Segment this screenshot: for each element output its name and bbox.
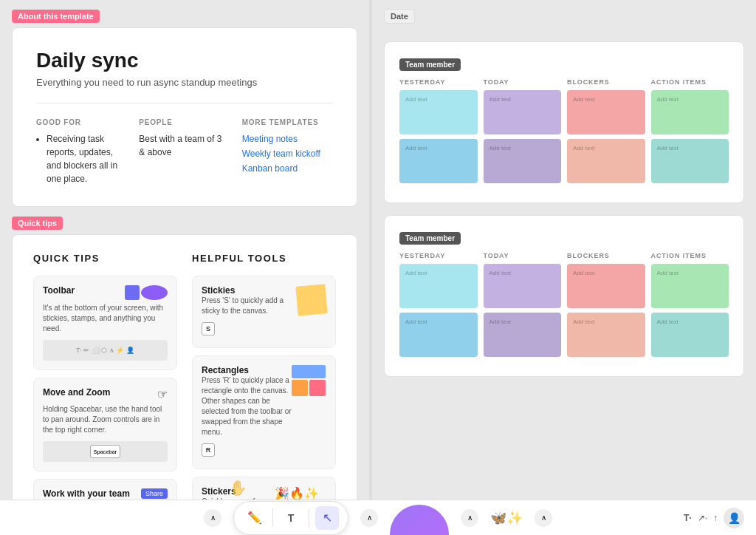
- sticky-note[interactable]: Add text: [484, 90, 562, 134]
- scroll-indicator-right: ↑: [713, 513, 718, 523]
- people-col: PEOPLE Best with a team of 3 & above: [139, 118, 230, 185]
- sticky-text: Add text: [489, 318, 511, 325]
- sticky-text: Add text: [405, 145, 427, 151]
- toolbar-tip-title: Toolbar: [43, 285, 75, 296]
- text-icon: T·: [684, 513, 692, 523]
- today-col-2: TODAY Add text Add text: [484, 252, 562, 361]
- helpful-tools-title: HELPFUL TOOLS: [192, 253, 336, 264]
- weekly-kickoff-link[interactable]: Weekly team kickoff: [242, 147, 333, 160]
- sticky-note[interactable]: Add text: [399, 313, 478, 357]
- people-content: Best with a team of 3 & above: [139, 132, 230, 159]
- move-zoom-desc: Holding Spacebar, use the hand tool to p…: [43, 404, 168, 435]
- work-team-title: Work with your team: [43, 488, 130, 499]
- sticker-decoration: 🦋✨: [490, 510, 523, 526]
- bottom-toolbar: ✋ ∧ ✏️ T ↖ ∧ ∧ 🦋✨ ∧ T· ↗·: [0, 500, 756, 535]
- team-section-2: Team member YESTERDAY Add text Add text …: [384, 215, 744, 377]
- sticky-note[interactable]: Add text: [651, 90, 729, 134]
- hand-cursor-icon: ✋: [229, 479, 247, 497]
- move-zoom-visual: Spacebar: [43, 441, 168, 462]
- cursor-tool-button[interactable]: ↖: [315, 506, 339, 530]
- rectangles-desc: Press 'R' to quickly place a rectangle o…: [202, 375, 292, 437]
- yesterday-col-1: YESTERDAY Add text Add text: [399, 78, 478, 188]
- right-panel: Date Team member YESTERDAY Add text Add …: [372, 0, 756, 500]
- sticky-text: Add text: [489, 270, 511, 276]
- share-button-visual: Share: [141, 488, 168, 499]
- quick-tips-left: QUICK TIPS Toolbar: [33, 253, 177, 500]
- kanban-board-link[interactable]: Kanban board: [242, 162, 333, 175]
- blockers-header-1: BLOCKERS: [567, 78, 645, 86]
- people-title: PEOPLE: [139, 118, 230, 126]
- sticky-note[interactable]: Add text: [399, 90, 478, 134]
- sticky-text: Add text: [405, 318, 427, 325]
- yesterday-col-2: YESTERDAY Add text Add text: [399, 252, 478, 361]
- sticky-text: Add text: [405, 270, 427, 276]
- sticky-note[interactable]: Add text: [651, 139, 729, 183]
- sticky-text: Add text: [489, 145, 511, 151]
- work-team-tip: Work with your team Share FigJam's bette…: [33, 479, 177, 500]
- sticky-note[interactable]: Add text: [484, 313, 562, 357]
- action-items-col-1: ACTION ITEMS Add text Add text: [651, 78, 729, 188]
- arrow-tool-right: ↗·: [698, 513, 707, 523]
- sticky-note[interactable]: Add text: [399, 264, 478, 308]
- template-subtitle: Everything you need to run async standup…: [36, 77, 333, 88]
- sticky-note[interactable]: Add text: [567, 264, 645, 308]
- toolbar-divider-2: [309, 509, 309, 527]
- stickies-desc: Press 'S' to quickly add a sticky to the…: [202, 296, 297, 316]
- more-templates-col: MORE TEMPLATES Meeting notes Weekly team…: [242, 118, 333, 185]
- team-columns-1: YESTERDAY Add text Add text TODAY Add te…: [399, 78, 729, 188]
- team-columns-2: YESTERDAY Add text Add text TODAY Add te…: [399, 252, 729, 361]
- about-columns: GOOD FOR Receiving task reports, updates…: [36, 118, 333, 185]
- action-items-header-1: ACTION ITEMS: [651, 78, 729, 86]
- sticky-note[interactable]: Add text: [651, 313, 729, 357]
- sticky-note[interactable]: Add text: [651, 264, 729, 308]
- text-tool-button[interactable]: T: [279, 506, 303, 530]
- toolbar-divider-1: [272, 509, 273, 527]
- sticky-text: Add text: [573, 145, 594, 151]
- text-tool-right: T·: [684, 513, 692, 523]
- sticky-note[interactable]: Add text: [567, 139, 645, 183]
- more-templates-title: MORE TEMPLATES: [242, 118, 333, 126]
- sticky-visual: [296, 284, 328, 316]
- toolbar-right-area: T· ↗· ↑ 👤: [684, 508, 744, 528]
- stickies-shortcut: S: [202, 322, 215, 335]
- action-items-header-2: ACTION ITEMS: [651, 252, 729, 259]
- toolbar-center-group: ∧ ✏️ T ↖ ∧ ∧ 🦋✨ ∧: [204, 494, 552, 536]
- rectangles-visual: [292, 365, 326, 396]
- scroll-up-right-button[interactable]: ∧: [360, 509, 378, 527]
- meeting-notes-link[interactable]: Meeting notes: [242, 132, 333, 146]
- template-title: Daily sync: [36, 49, 333, 72]
- sticky-note[interactable]: Add text: [484, 264, 562, 308]
- left-panel: About this template Daily sync Everythin…: [0, 0, 369, 500]
- sticky-text: Add text: [657, 145, 678, 151]
- more-templates-links: Meeting notes Weekly team kickoff Kanban…: [242, 132, 333, 175]
- arrow-icon: ↗·: [698, 513, 707, 523]
- sticky-text: Add text: [573, 96, 594, 103]
- sticky-note[interactable]: Add text: [399, 139, 478, 183]
- sticky-text: Add text: [657, 318, 678, 325]
- up-arrow-icon: ↑: [713, 513, 718, 523]
- blockers-header-2: BLOCKERS: [567, 252, 645, 259]
- action-items-col-2: ACTION ITEMS Add text Add text: [651, 252, 729, 361]
- scroll-up-third-button[interactable]: ∧: [461, 509, 478, 527]
- rectangles-tool: Rectangles Press 'R' to quickly place a …: [192, 355, 336, 469]
- scroll-up-left-button[interactable]: ∧: [204, 509, 221, 527]
- share-label: Share: [145, 490, 163, 497]
- pen-tool-button[interactable]: ✏️: [243, 506, 267, 530]
- today-header-2: TODAY: [484, 252, 562, 259]
- helpful-tools-right: HELPFUL TOOLS Stickies Press 'S' to quic…: [192, 253, 336, 500]
- scroll-up-fourth-button[interactable]: ∧: [535, 509, 552, 527]
- today-col-1: TODAY Add text Add text: [484, 78, 562, 188]
- sticky-text: Add text: [573, 270, 594, 276]
- team-member-badge-2: Team member: [399, 232, 461, 245]
- avatar-button[interactable]: 👤: [724, 508, 744, 528]
- good-for-content: Receiving task reports, updates, and blo…: [36, 132, 127, 185]
- canvas-area: About this template Daily sync Everythin…: [0, 0, 756, 500]
- team-section-1: Team member YESTERDAY Add text Add text …: [384, 41, 744, 203]
- good-for-col: GOOD FOR Receiving task reports, updates…: [36, 118, 127, 185]
- sticky-note[interactable]: Add text: [567, 313, 645, 357]
- sticky-text: Add text: [489, 96, 511, 103]
- rectangles-shortcut: R: [202, 443, 215, 457]
- sticky-note[interactable]: Add text: [484, 139, 562, 183]
- sticky-note[interactable]: Add text: [567, 90, 645, 134]
- date-badge: Date: [384, 9, 415, 24]
